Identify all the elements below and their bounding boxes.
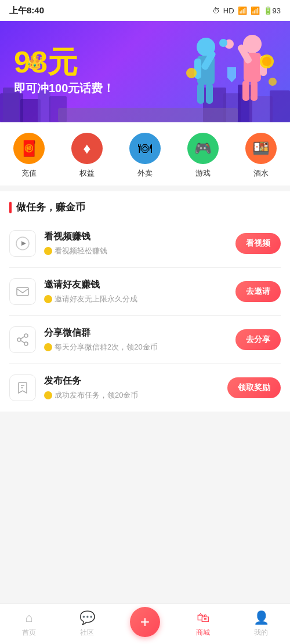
- takeout-icon-wrap: 🍽: [129, 133, 161, 164]
- svg-rect-31: [17, 288, 28, 296]
- svg-point-34: [24, 342, 28, 345]
- section-red-bar: [9, 202, 12, 213]
- watch-video-icon: [9, 230, 36, 257]
- alarm-icon: ⏱: [212, 6, 220, 15]
- quick-item-alcohol[interactable]: 🍱 酒水: [245, 133, 277, 179]
- quick-item-recharge[interactable]: 🧧 充值: [13, 133, 45, 179]
- quick-item-game[interactable]: 🎮 游戏: [187, 133, 219, 179]
- svg-point-32: [24, 334, 28, 337]
- share-nodes-icon: [16, 333, 30, 347]
- banner-crown: 👑: [27, 55, 42, 70]
- community-icon: 💬: [79, 610, 95, 625]
- quick-item-benefits[interactable]: ♦ 权益: [71, 133, 103, 179]
- envelope-icon: [16, 285, 30, 299]
- task-list: 看视频赚钱 看视频轻松赚钱 看视频 邀请好友赚钱 邀请好友无上限永: [0, 220, 290, 412]
- share-info: 分享微信群 每天分享微信群2次，领20金币: [44, 327, 235, 352]
- svg-point-26: [262, 57, 271, 66]
- section-title: 做任务，赚金币: [16, 201, 85, 214]
- quick-access-section: 🧧 充值 ♦ 权益 🍽 外卖 🎮 游戏 🍱 酒水: [0, 122, 290, 185]
- alcohol-icon: 🍱: [252, 140, 270, 157]
- watch-video-subtitle: 看视频轻松赚钱: [44, 246, 235, 256]
- mine-label: 我的: [254, 628, 268, 638]
- banner-text: 👑 98元 即可冲100元话费！: [14, 47, 114, 96]
- invite-info: 邀请好友赚钱 邀请好友无上限永久分成: [44, 279, 235, 304]
- share-title: 分享微信群: [44, 327, 235, 339]
- bottom-nav: ⌂ 首页 💬 社区 + 🛍 商城 👤 我的: [0, 603, 290, 644]
- invite-subtitle: 邀请好友无上限永久分成: [44, 294, 235, 304]
- svg-line-35: [21, 336, 25, 339]
- recharge-icon: 🧧: [20, 140, 38, 158]
- shop-icon: 🛍: [197, 610, 209, 625]
- game-icon: 🎮: [194, 140, 212, 157]
- recharge-icon-wrap: 🧧: [13, 133, 45, 164]
- game-icon-wrap: 🎮: [187, 133, 219, 164]
- publish-subtitle: 成功发布任务，领20金币: [44, 390, 227, 401]
- benefits-icon-wrap: ♦: [71, 133, 103, 164]
- bookmark-icon: [16, 381, 30, 395]
- alcohol-icon-wrap: 🍱: [245, 133, 277, 164]
- hd-badge: HD: [223, 6, 234, 15]
- home-label: 首页: [22, 628, 36, 638]
- publish-button[interactable]: 领取奖励: [227, 377, 281, 398]
- signal-icon: 📶: [238, 6, 247, 15]
- banner-description: 即可冲100元话费！: [14, 81, 114, 96]
- takeout-icon: 🍽: [138, 140, 152, 157]
- banner: 👑 98元 即可冲100元话费！: [0, 21, 290, 122]
- coin-icon: [44, 247, 52, 255]
- shop-label: 商城: [196, 628, 210, 638]
- svg-rect-16: [206, 83, 213, 104]
- svg-rect-21: [242, 81, 249, 101]
- watch-video-button[interactable]: 看视频: [235, 233, 281, 254]
- nav-mine[interactable]: 👤 我的: [232, 610, 290, 638]
- svg-line-36: [21, 340, 25, 343]
- publish-icon: [9, 374, 36, 401]
- status-time: 上午8:40: [9, 5, 44, 16]
- svg-rect-2: [20, 99, 41, 122]
- battery-icon: 🔋93: [263, 6, 281, 15]
- svg-point-33: [17, 338, 21, 341]
- svg-marker-30: [21, 241, 26, 246]
- share-icon: [9, 326, 36, 353]
- nav-plus-button[interactable]: +: [130, 607, 160, 637]
- watch-video-info: 看视频赚钱 看视频轻松赚钱: [44, 231, 235, 256]
- wifi-icon: 📶: [251, 6, 260, 15]
- svg-rect-22: [251, 81, 258, 101]
- coin-icon-2: [44, 295, 52, 303]
- task-item-invite: 邀请好友赚钱 邀请好友无上限永久分成 去邀请: [9, 268, 281, 316]
- share-subtitle: 每天分享微信群2次，领20金币: [44, 342, 235, 352]
- home-icon: ⌂: [25, 610, 32, 625]
- share-button[interactable]: 去分享: [235, 329, 281, 350]
- community-label: 社区: [80, 628, 94, 638]
- status-bar: 上午8:40 ⏱ HD 📶 📶 🔋93: [0, 0, 290, 21]
- status-icons: ⏱ HD 📶 📶 🔋93: [212, 6, 281, 15]
- benefits-label: 权益: [79, 168, 95, 179]
- task-item-share: 分享微信群 每天分享微信群2次，领20金币 去分享: [9, 316, 281, 364]
- benefits-icon: ♦: [83, 140, 90, 158]
- svg-point-28: [269, 78, 277, 86]
- mine-icon: 👤: [253, 610, 269, 625]
- task-section-header: 做任务，赚金币: [0, 191, 290, 220]
- nav-center-wrapper: +: [116, 607, 174, 642]
- banner-figures-svg: [174, 27, 284, 122]
- coin-icon-3: [44, 343, 52, 351]
- invite-button[interactable]: 去邀请: [235, 281, 281, 302]
- nav-shop[interactable]: 🛍 商城: [174, 610, 232, 638]
- publish-info: 发布任务 成功发布任务，领20金币: [44, 375, 227, 401]
- invite-title: 邀请好友赚钱: [44, 279, 235, 291]
- svg-point-27: [186, 68, 197, 78]
- watch-video-title: 看视频赚钱: [44, 231, 235, 243]
- task-item-publish: 发布任务 成功发布任务，领20金币 领取奖励: [9, 364, 281, 412]
- play-icon: [16, 237, 30, 250]
- recharge-label: 充值: [21, 168, 37, 179]
- nav-home[interactable]: ⌂ 首页: [0, 610, 58, 638]
- svg-rect-15: [197, 83, 204, 104]
- nav-community[interactable]: 💬 社区: [58, 610, 116, 638]
- alcohol-label: 酒水: [253, 168, 269, 179]
- task-item-watch-video: 看视频赚钱 看视频轻松赚钱 看视频: [9, 220, 281, 268]
- publish-title: 发布任务: [44, 375, 227, 387]
- takeout-label: 外卖: [137, 168, 153, 179]
- svg-point-24: [219, 39, 227, 47]
- quick-item-takeout[interactable]: 🍽 外卖: [129, 133, 161, 179]
- coin-icon-4: [44, 391, 52, 399]
- invite-icon: [9, 278, 36, 305]
